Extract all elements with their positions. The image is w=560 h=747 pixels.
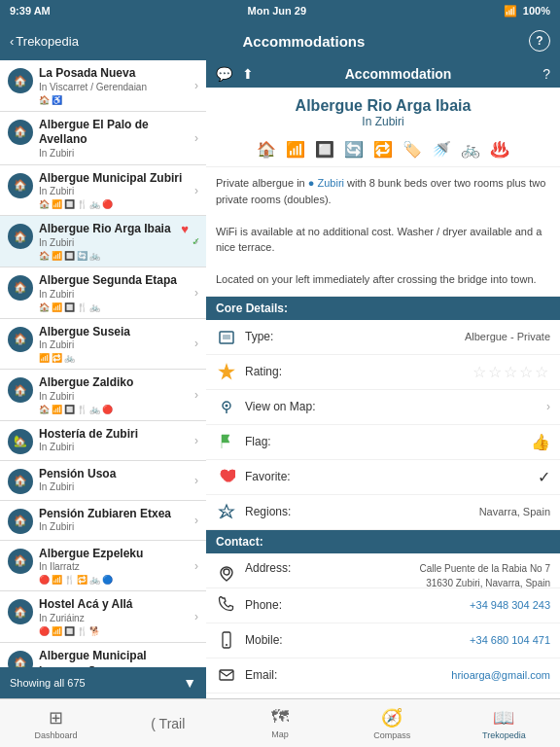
chevron-icon: ›: [194, 434, 198, 447]
check-icon: ✓: [192, 235, 200, 248]
type-label: Type:: [245, 330, 323, 343]
list-item[interactable]: 🏡 Hostería de Zubiri In Zubiri ›: [0, 421, 206, 461]
map-row[interactable]: View on Map: ›: [206, 390, 560, 425]
item-info: La Posada Nueva In Viscarret / Gerendaia…: [39, 66, 192, 105]
amenity-dryer-icon: 🔁: [373, 140, 393, 159]
svg-point-3: [226, 405, 228, 408]
description-text: Private albergue in: [216, 177, 308, 189]
list-item-active[interactable]: 🏠 Albergue Rio Arga Ibaia In Zubiri 🏠📶🔲🔄…: [0, 216, 206, 267]
amenity-bike-icon: 🚲: [461, 140, 480, 159]
map-chevron: ›: [546, 400, 550, 413]
item-amenity-icons: 📶🔁🚲: [39, 353, 192, 363]
back-button[interactable]: ‹ Trekopedia: [10, 34, 79, 49]
item-info: Hostería de Zubiri In Zubiri: [39, 427, 192, 453]
type-row: Type: Albergue - Private: [206, 320, 560, 355]
address-label: Address:: [245, 561, 323, 575]
main-content: 🏠 La Posada Nueva In Viscarret / Gerenda…: [0, 60, 560, 698]
chevron-icon: ›: [194, 184, 198, 197]
amenity: 🏠: [39, 405, 50, 414]
list-item[interactable]: 🏠 Pensión Usoa In Zubiri ›: [0, 461, 206, 501]
list-item[interactable]: 🏠 Albergue Municipal Larrasoaña In Larra…: [0, 643, 206, 667]
regions-value: Navarra, Spain: [323, 506, 550, 517]
item-name: Hostel Acá y Allá: [39, 597, 192, 613]
wifi-status: 📶: [504, 5, 517, 18]
svg-rect-7: [220, 670, 233, 680]
tab-dashboard[interactable]: ⊞ Dashboard: [0, 699, 112, 747]
svg-rect-1: [223, 335, 230, 339]
detail-title-section: Albergue Rio Arga Ibaia In Zubiri: [206, 88, 560, 132]
amenity: 🍴: [77, 302, 88, 312]
heart-icon: ♥: [181, 222, 189, 236]
message-icon[interactable]: 💬: [216, 66, 232, 82]
phone-label: Phone:: [245, 598, 323, 612]
amenity: 📶: [39, 353, 50, 363]
chevron-icon: ›: [194, 514, 198, 527]
item-location: In Viscarret / Gerendaian: [39, 82, 192, 92]
list-item[interactable]: 🏠 Albergue Segunda Etapa In Zubiri 🏠📶🔲🍴🚲…: [0, 267, 206, 319]
list-item[interactable]: 🏠 Albergue Municipal Zubiri In Zubiri 🏠📶…: [0, 165, 206, 217]
email-value[interactable]: hrioarga@gmail.com: [323, 669, 550, 681]
amenity-checkin-icon: 🔲: [315, 140, 334, 159]
item-amenity-icons: 🏠📶🔲🍴🚲🔴: [39, 199, 192, 209]
amenity: 🚲: [64, 353, 75, 363]
detail-name: Albergue Rio Arga Ibaia: [216, 97, 550, 115]
chevron-icon: ›: [194, 474, 198, 487]
phone-value[interactable]: +34 948 304 243: [323, 599, 550, 611]
item-amenity-icons: 🏠📶🔲🔄🚲: [39, 251, 192, 261]
list-item[interactable]: 🏠 Albergue Ezpeleku In Ilarratz 🔴📶🍴🔁🚲🔵 ›: [0, 541, 206, 592]
list-item[interactable]: 🏠 Pensión Zubiaren Etxea In Zubiri ›: [0, 501, 206, 541]
phone-row: Phone: +34 948 304 243: [206, 588, 560, 623]
item-info: Albergue Municipal Larrasoaña In Larraso…: [39, 649, 192, 667]
item-icon: 🏠: [8, 224, 33, 249]
amenity: 🏠: [39, 95, 50, 105]
contact-header: Contact:: [206, 530, 560, 553]
list-item[interactable]: 🏠 La Posada Nueva In Viscarret / Gerenda…: [0, 60, 206, 112]
favorite-check-icon[interactable]: ✓: [538, 468, 550, 486]
filter-icon[interactable]: ▼: [183, 675, 196, 691]
thumbs-up-icon[interactable]: 👍: [531, 433, 550, 451]
amenity-bed-icon: 🏠: [257, 140, 276, 159]
status-date: Mon Jun 29: [248, 5, 307, 17]
back-label: Trekopedia: [16, 34, 79, 49]
amenity: 🔴: [102, 199, 113, 209]
list-item[interactable]: 🏠 Albergue Suseia In Zubiri 📶🔁🚲 ›: [0, 319, 206, 371]
item-name: Hostería de Zubiri: [39, 427, 192, 443]
type-icon: [216, 326, 237, 347]
item-name: Albergue El Palo de Avellano: [39, 118, 192, 148]
item-amenity-icons: 🏠📶🔲🍴🚲: [39, 302, 192, 312]
help-button[interactable]: ?: [529, 30, 550, 52]
nav-bar: ‹ Trekopedia Accommodations ?: [0, 21, 560, 60]
rating-stars: ☆☆☆☆☆: [323, 363, 550, 381]
dashboard-icon: ⊞: [49, 707, 63, 729]
item-name: Albergue Ezpeleku: [39, 547, 192, 562]
chevron-icon: ›: [194, 79, 198, 92]
list-item[interactable]: 🏠 Albergue El Palo de Avellano In Zubiri…: [0, 112, 206, 165]
tab-trekopedia[interactable]: 📖 Trekopedia: [448, 699, 560, 747]
tab-trail[interactable]: ( Trail: [112, 699, 224, 747]
zubiri-link[interactable]: ● Zubiri: [308, 177, 344, 189]
share-icon[interactable]: ⬆: [242, 66, 254, 82]
item-info: Albergue El Palo de Avellano In Zubiri: [39, 118, 192, 159]
list-item[interactable]: 🏠 Albergue Zaldiko In Zubiri 🏠📶🔲🍴🚲🔴 ›: [0, 370, 206, 421]
item-location: In Zubiri: [39, 148, 192, 159]
regions-label: Regions:: [245, 505, 323, 518]
amenity: 🔲: [64, 405, 75, 414]
tab-compass[interactable]: 🧭 Compass: [336, 699, 448, 747]
list-item[interactable]: 🏠 Hostel Acá y Allá In Zuriáinz 🔴📶🔲🍴🐕 ›: [0, 591, 206, 643]
item-location: In Zuriáinz: [39, 613, 192, 623]
trekopedia-label: Trekopedia: [482, 730, 526, 740]
item-location: In Zubiri: [39, 481, 192, 492]
amenity: 🏠: [39, 251, 50, 261]
mobile-value[interactable]: +34 680 104 471: [323, 634, 550, 646]
amenity: 🏠: [39, 302, 50, 312]
item-location: In Zubiri: [39, 289, 192, 300]
tab-map[interactable]: 🗺 Map: [224, 699, 335, 747]
header-icons-right: ?: [542, 66, 550, 82]
amenity: 🏠: [39, 199, 50, 209]
chevron-icon: ›: [194, 286, 198, 300]
item-name: Albergue Municipal Zubiri: [39, 171, 192, 187]
help-icon[interactable]: ?: [542, 66, 550, 82]
favorite-row: Favorite: ✓: [206, 460, 560, 495]
battery-status: 100%: [523, 5, 550, 17]
item-icon: 🏠: [8, 173, 33, 198]
